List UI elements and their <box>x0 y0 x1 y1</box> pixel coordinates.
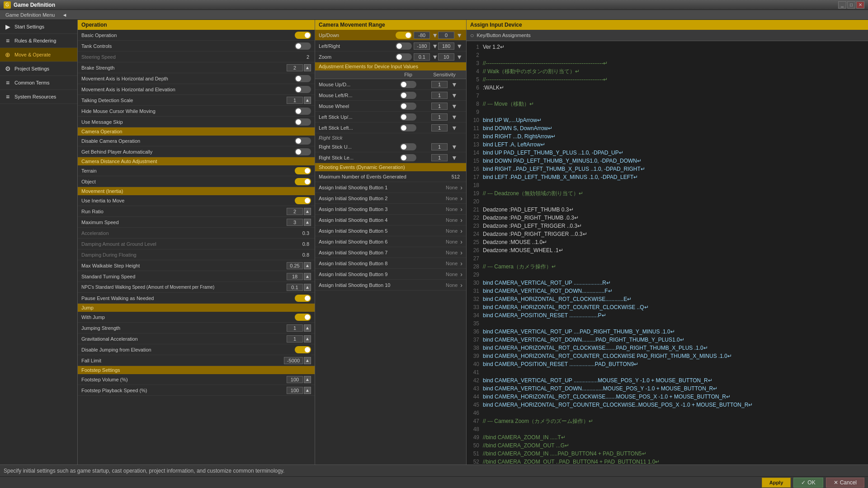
max-speed-val[interactable]: 3 <box>287 219 303 226</box>
disable-camera-toggle[interactable] <box>295 137 311 145</box>
grav-accel-input[interactable]: 1 ▲ <box>287 335 311 343</box>
footstep-vol-up[interactable]: ▲ <box>304 376 311 383</box>
zoom-val1[interactable]: 0.1 <box>414 53 430 61</box>
adj-val-3[interactable]: 1 <box>431 113 448 121</box>
run-ratio-val[interactable]: 2 <box>287 208 303 215</box>
turning-speed-up[interactable]: ▲ <box>304 273 311 280</box>
grav-accel-up[interactable]: ▲ <box>304 335 311 343</box>
use-inertia-toggle[interactable] <box>295 197 311 204</box>
sidebar-item-system-resources[interactable]: ≡ System Resources <box>0 90 77 104</box>
max-speed-up[interactable]: ▲ <box>304 219 311 226</box>
shooting-arrow-btn4[interactable]: › <box>460 216 462 224</box>
adj-val-5[interactable]: 1 <box>431 143 448 150</box>
cancel-button[interactable]: ✕ Cancel <box>826 478 864 488</box>
adj-toggle-cell-1[interactable] <box>390 92 426 99</box>
updown-val1[interactable]: -80 <box>414 32 430 39</box>
window-controls[interactable]: _ □ ✕ <box>838 1 864 9</box>
run-ratio-input[interactable]: 2 ▲ <box>287 208 311 215</box>
grav-accel-val[interactable]: 1 <box>287 335 303 343</box>
apply-button[interactable]: Apply <box>762 478 791 488</box>
adj-toggle-2[interactable] <box>400 103 416 110</box>
ok-button[interactable]: ✓ OK <box>793 478 823 488</box>
sidebar-item-move-operate[interactable]: ⊕ Move & Operate <box>0 48 77 62</box>
max-step-up[interactable]: ▲ <box>304 262 311 269</box>
updown-toggle[interactable] <box>396 32 412 39</box>
max-step-input[interactable]: 0.25 ▲ <box>287 262 311 269</box>
close-button[interactable]: ✕ <box>856 1 864 9</box>
shooting-arrow-btn3[interactable]: › <box>460 206 462 213</box>
jump-strength-val[interactable]: 1 <box>287 324 303 332</box>
npc-speed-val[interactable]: 0.1 <box>287 284 303 291</box>
brake-strength-val[interactable]: 2 <box>287 64 303 71</box>
basic-operation-toggle[interactable] <box>295 32 311 39</box>
footstep-vol-val[interactable]: 100 <box>287 376 303 383</box>
footstep-vol-input[interactable]: 100 ▲ <box>287 376 311 383</box>
zoom-val2[interactable]: 10 <box>438 53 454 61</box>
max-step-val[interactable]: 0.25 <box>287 262 303 269</box>
leftright-val2[interactable]: 180 <box>438 42 454 50</box>
adj-val-cell-2[interactable]: 1 ▼ <box>426 103 462 110</box>
with-jump-toggle[interactable] <box>295 314 311 321</box>
adj-toggle-cell-0[interactable] <box>390 81 426 88</box>
fall-limit-up[interactable]: ▲ <box>304 357 311 364</box>
adj-val-0[interactable]: 1 <box>431 81 448 88</box>
talking-detection-val[interactable]: 1 <box>287 97 303 104</box>
jump-strength-input[interactable]: 1 ▲ <box>287 324 311 332</box>
adj-toggle-cell-2[interactable] <box>390 103 426 110</box>
adj-val-cell-4[interactable]: 1 ▼ <box>426 124 462 131</box>
sidebar-item-common-terms[interactable]: ≡ Common Terms <box>0 76 77 90</box>
terrain-toggle[interactable] <box>295 167 311 174</box>
footstep-speed-val[interactable]: 100 <box>287 387 303 394</box>
footstep-speed-input[interactable]: 100 ▲ <box>287 387 311 394</box>
turning-speed-input[interactable]: 18 ▲ <box>287 273 311 280</box>
shooting-arrow-btn10[interactable]: › <box>460 282 462 289</box>
adj-val-1[interactable]: 1 <box>431 92 448 99</box>
leftright-toggle[interactable] <box>396 42 412 50</box>
movement-h-depth-toggle[interactable] <box>295 75 311 82</box>
maximize-button[interactable]: □ <box>847 1 855 9</box>
adj-val-cell-5[interactable]: 1 ▼ <box>426 143 462 150</box>
adj-toggle-cell-4[interactable] <box>390 124 426 131</box>
tank-controls-toggle[interactable] <box>295 42 311 50</box>
fall-limit-input[interactable]: -5000 ▲ <box>284 357 311 364</box>
get-behind-toggle[interactable] <box>295 148 311 155</box>
hide-mouse-toggle[interactable] <box>295 108 311 115</box>
adj-toggle-1[interactable] <box>400 92 416 99</box>
shooting-arrow-btn2[interactable]: › <box>460 195 462 202</box>
shooting-arrow-btn7[interactable]: › <box>460 249 462 256</box>
message-skip-toggle[interactable] <box>295 118 311 126</box>
movement-h-elev-toggle[interactable] <box>295 86 311 93</box>
adj-val-cell-0[interactable]: 1 ▼ <box>426 81 462 88</box>
pause-walking-toggle[interactable] <box>295 295 311 302</box>
adj-val-cell-6[interactable]: 1 ▼ <box>426 154 462 161</box>
adj-toggle-4[interactable] <box>400 124 416 131</box>
shooting-arrow-btn9[interactable]: › <box>460 271 462 278</box>
fall-limit-val[interactable]: -5000 <box>284 357 303 364</box>
minimize-button[interactable]: _ <box>838 1 846 9</box>
adj-toggle-cell-5[interactable] <box>390 143 426 150</box>
turning-speed-val[interactable]: 18 <box>287 273 303 280</box>
footstep-speed-up[interactable]: ▲ <box>304 387 311 394</box>
shooting-arrow-btn8[interactable]: › <box>460 260 462 267</box>
run-ratio-up[interactable]: ▲ <box>304 208 311 215</box>
adj-val-6[interactable]: 1 <box>431 154 448 161</box>
npc-speed-input[interactable]: 0.1 ▲ <box>287 284 311 291</box>
sidebar-item-rules-rendering[interactable]: ≡ Rules & Rendering <box>0 34 77 48</box>
menu-game-definition[interactable]: Game Definition Menu <box>2 11 58 19</box>
adj-toggle-cell-3[interactable] <box>390 113 426 121</box>
shooting-arrow-btn5[interactable]: › <box>460 227 462 235</box>
brake-strength-up[interactable]: ▲ <box>304 64 311 71</box>
shooting-arrow-btn6[interactable]: › <box>460 238 462 245</box>
sidebar-item-project-settings[interactable]: ⚙ Project Settings <box>0 62 77 76</box>
brake-strength-input[interactable]: 2 ▲ <box>287 64 311 71</box>
sidebar-item-start-settings[interactable]: ▶ Start Settings <box>0 20 77 34</box>
adj-val-cell-3[interactable]: 1 ▼ <box>426 113 462 121</box>
talking-detection-up[interactable]: ▲ <box>304 97 311 104</box>
code-editor[interactable]: 1Ver 1.2↵23//---------------------------… <box>467 41 868 465</box>
adj-val-4[interactable]: 1 <box>431 124 448 131</box>
adj-val-2[interactable]: 1 <box>431 103 448 110</box>
max-speed-input[interactable]: 3 ▲ <box>287 219 311 226</box>
leftright-val1[interactable]: -180 <box>414 42 430 50</box>
adj-val-cell-1[interactable]: 1 ▼ <box>426 92 462 99</box>
adj-toggle-3[interactable] <box>400 113 416 121</box>
